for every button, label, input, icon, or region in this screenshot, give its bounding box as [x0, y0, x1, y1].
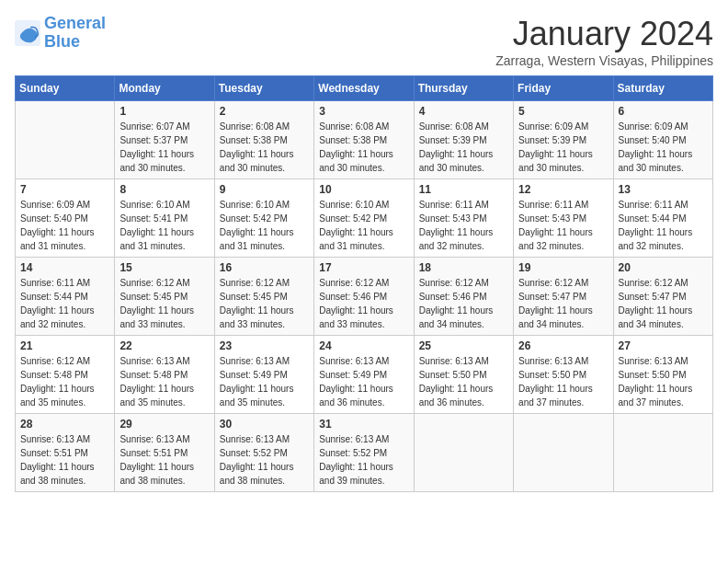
day-number: 7 [20, 183, 109, 196]
calendar-cell: 5Sunrise: 6:09 AM Sunset: 5:39 PM Daylig… [514, 101, 613, 179]
calendar-cell: 24Sunrise: 6:13 AM Sunset: 5:49 PM Dayli… [314, 336, 414, 414]
calendar-cell [514, 414, 613, 492]
calendar-week-2: 7Sunrise: 6:09 AM Sunset: 5:40 PM Daylig… [16, 179, 713, 258]
calendar-cell: 22Sunrise: 6:13 AM Sunset: 5:48 PM Dayli… [115, 336, 214, 414]
calendar-cell: 21Sunrise: 6:12 AM Sunset: 5:48 PM Dayli… [16, 336, 115, 414]
day-number: 6 [619, 105, 708, 118]
logo: General Blue [15, 15, 106, 52]
calendar-cell: 9Sunrise: 6:10 AM Sunset: 5:42 PM Daylig… [214, 179, 313, 258]
day-info: Sunrise: 6:13 AM Sunset: 5:52 PM Dayligh… [220, 432, 309, 488]
logo-icon [15, 20, 40, 46]
day-info: Sunrise: 6:12 AM Sunset: 5:46 PM Dayligh… [419, 276, 508, 331]
calendar-cell: 27Sunrise: 6:13 AM Sunset: 5:50 PM Dayli… [613, 336, 712, 414]
day-number: 21 [20, 339, 109, 352]
calendar-week-3: 14Sunrise: 6:11 AM Sunset: 5:44 PM Dayli… [16, 258, 713, 336]
calendar-cell: 18Sunrise: 6:12 AM Sunset: 5:46 PM Dayli… [414, 258, 513, 336]
calendar-table: SundayMondayTuesdayWednesdayThursdayFrid… [15, 75, 713, 492]
calendar-cell: 14Sunrise: 6:11 AM Sunset: 5:44 PM Dayli… [16, 258, 115, 336]
day-number: 29 [119, 418, 209, 431]
calendar-cell: 1Sunrise: 6:07 AM Sunset: 5:37 PM Daylig… [115, 101, 214, 179]
calendar-week-4: 21Sunrise: 6:12 AM Sunset: 5:48 PM Dayli… [16, 336, 713, 414]
logo-line2: Blue [44, 32, 80, 51]
day-number: 1 [119, 105, 209, 118]
day-info: Sunrise: 6:13 AM Sunset: 5:51 PM Dayligh… [119, 432, 209, 488]
day-number: 24 [319, 339, 408, 352]
header-sunday: Sunday [16, 76, 115, 101]
day-info: Sunrise: 6:07 AM Sunset: 5:37 PM Dayligh… [119, 120, 209, 175]
day-info: Sunrise: 6:12 AM Sunset: 5:46 PM Dayligh… [319, 276, 408, 331]
header-thursday: Thursday [414, 76, 513, 101]
calendar-cell: 4Sunrise: 6:08 AM Sunset: 5:39 PM Daylig… [414, 101, 513, 179]
day-number: 11 [419, 183, 508, 196]
day-number: 28 [20, 418, 109, 431]
header-friday: Friday [514, 76, 613, 101]
day-number: 2 [220, 105, 309, 118]
day-info: Sunrise: 6:09 AM Sunset: 5:40 PM Dayligh… [619, 120, 708, 175]
day-info: Sunrise: 6:13 AM Sunset: 5:52 PM Dayligh… [319, 432, 408, 488]
day-number: 15 [119, 261, 209, 274]
day-number: 9 [220, 183, 309, 196]
day-number: 19 [518, 261, 608, 274]
calendar-cell: 13Sunrise: 6:11 AM Sunset: 5:44 PM Dayli… [613, 179, 712, 258]
day-info: Sunrise: 6:11 AM Sunset: 5:44 PM Dayligh… [619, 198, 708, 253]
calendar-header-row: SundayMondayTuesdayWednesdayThursdayFrid… [16, 76, 713, 101]
calendar-cell: 12Sunrise: 6:11 AM Sunset: 5:43 PM Dayli… [514, 179, 613, 258]
day-number: 3 [319, 105, 408, 118]
header-saturday: Saturday [613, 76, 712, 101]
day-number: 31 [319, 418, 408, 431]
day-info: Sunrise: 6:09 AM Sunset: 5:40 PM Dayligh… [20, 198, 109, 253]
day-info: Sunrise: 6:10 AM Sunset: 5:41 PM Dayligh… [119, 198, 209, 253]
calendar-cell: 29Sunrise: 6:13 AM Sunset: 5:51 PM Dayli… [115, 414, 214, 492]
calendar-cell: 7Sunrise: 6:09 AM Sunset: 5:40 PM Daylig… [16, 179, 115, 258]
day-info: Sunrise: 6:12 AM Sunset: 5:47 PM Dayligh… [619, 276, 708, 331]
month-title: January 2024 [495, 15, 713, 53]
day-info: Sunrise: 6:13 AM Sunset: 5:50 PM Dayligh… [518, 354, 608, 409]
day-info: Sunrise: 6:12 AM Sunset: 5:47 PM Dayligh… [518, 276, 608, 331]
calendar-week-1: 1Sunrise: 6:07 AM Sunset: 5:37 PM Daylig… [16, 101, 713, 179]
calendar-cell: 3Sunrise: 6:08 AM Sunset: 5:38 PM Daylig… [314, 101, 414, 179]
calendar-cell [613, 414, 712, 492]
day-info: Sunrise: 6:08 AM Sunset: 5:39 PM Dayligh… [419, 120, 508, 175]
calendar-cell: 23Sunrise: 6:13 AM Sunset: 5:49 PM Dayli… [214, 336, 313, 414]
day-number: 4 [419, 105, 508, 118]
day-info: Sunrise: 6:09 AM Sunset: 5:39 PM Dayligh… [518, 120, 608, 175]
day-number: 27 [619, 339, 708, 352]
calendar-cell: 11Sunrise: 6:11 AM Sunset: 5:43 PM Dayli… [414, 179, 513, 258]
calendar-cell [414, 414, 513, 492]
calendar-cell: 17Sunrise: 6:12 AM Sunset: 5:46 PM Dayli… [314, 258, 414, 336]
day-info: Sunrise: 6:13 AM Sunset: 5:50 PM Dayligh… [619, 354, 708, 409]
calendar-cell: 6Sunrise: 6:09 AM Sunset: 5:40 PM Daylig… [613, 101, 712, 179]
calendar-cell: 20Sunrise: 6:12 AM Sunset: 5:47 PM Dayli… [613, 258, 712, 336]
day-number: 30 [220, 418, 309, 431]
calendar-cell: 25Sunrise: 6:13 AM Sunset: 5:50 PM Dayli… [414, 336, 513, 414]
day-number: 23 [220, 339, 309, 352]
logo-text: General Blue [44, 15, 106, 52]
day-info: Sunrise: 6:12 AM Sunset: 5:45 PM Dayligh… [119, 276, 209, 331]
day-number: 20 [619, 261, 708, 274]
calendar-cell: 15Sunrise: 6:12 AM Sunset: 5:45 PM Dayli… [115, 258, 214, 336]
day-info: Sunrise: 6:08 AM Sunset: 5:38 PM Dayligh… [220, 120, 309, 175]
day-info: Sunrise: 6:11 AM Sunset: 5:43 PM Dayligh… [419, 198, 508, 253]
day-number: 12 [518, 183, 608, 196]
day-number: 26 [518, 339, 608, 352]
day-info: Sunrise: 6:13 AM Sunset: 5:50 PM Dayligh… [419, 354, 508, 409]
day-number: 16 [220, 261, 309, 274]
day-info: Sunrise: 6:08 AM Sunset: 5:38 PM Dayligh… [319, 120, 408, 175]
day-info: Sunrise: 6:13 AM Sunset: 5:49 PM Dayligh… [220, 354, 309, 409]
day-info: Sunrise: 6:10 AM Sunset: 5:42 PM Dayligh… [220, 198, 309, 253]
calendar-cell: 2Sunrise: 6:08 AM Sunset: 5:38 PM Daylig… [214, 101, 313, 179]
day-info: Sunrise: 6:12 AM Sunset: 5:45 PM Dayligh… [220, 276, 309, 331]
day-number: 5 [518, 105, 608, 118]
calendar-cell: 10Sunrise: 6:10 AM Sunset: 5:42 PM Dayli… [314, 179, 414, 258]
day-number: 22 [119, 339, 209, 352]
location-subtitle: Zarraga, Western Visayas, Philippines [495, 53, 713, 68]
calendar-cell: 16Sunrise: 6:12 AM Sunset: 5:45 PM Dayli… [214, 258, 313, 336]
calendar-cell: 31Sunrise: 6:13 AM Sunset: 5:52 PM Dayli… [314, 414, 414, 492]
day-number: 18 [419, 261, 508, 274]
day-number: 17 [319, 261, 408, 274]
day-info: Sunrise: 6:11 AM Sunset: 5:43 PM Dayligh… [518, 198, 608, 253]
calendar-cell: 26Sunrise: 6:13 AM Sunset: 5:50 PM Dayli… [514, 336, 613, 414]
day-info: Sunrise: 6:13 AM Sunset: 5:48 PM Dayligh… [119, 354, 209, 409]
calendar-cell [16, 101, 115, 179]
calendar-cell: 28Sunrise: 6:13 AM Sunset: 5:51 PM Dayli… [16, 414, 115, 492]
